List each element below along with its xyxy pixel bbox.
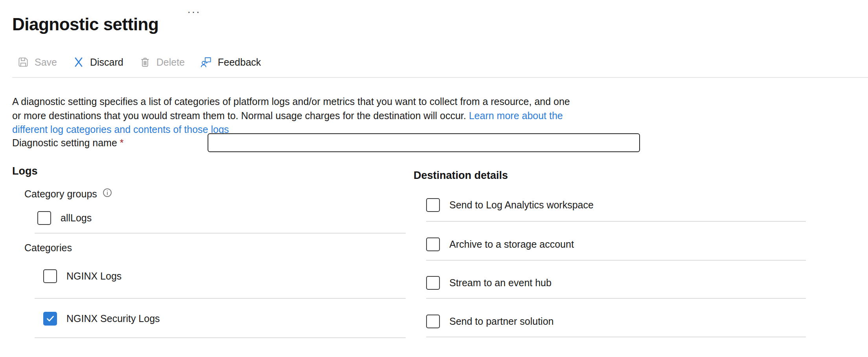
divider (426, 298, 806, 299)
name-label-text: Diagnostic setting name (12, 137, 117, 148)
nginx-logs-checkbox[interactable] (43, 269, 57, 283)
diagnostic-setting-name-label: Diagnostic setting name * (12, 137, 124, 149)
discard-label: Discard (90, 57, 123, 68)
discard-icon (73, 56, 85, 68)
feedback-label: Feedback (218, 57, 261, 68)
nginx-logs-label: NGINX Logs (66, 271, 121, 282)
toolbar-divider (12, 77, 868, 78)
page-description: A diagnostic setting specifies a list of… (12, 95, 574, 137)
alllogs-row[interactable]: allLogs (37, 211, 92, 225)
alllogs-checkbox[interactable] (37, 211, 51, 225)
archive-to-storage-label: Archive to a storage account (449, 239, 574, 250)
checkmark-icon (45, 313, 55, 324)
archive-to-storage-checkbox[interactable] (426, 237, 440, 251)
send-to-log-analytics-label: Send to Log Analytics workspace (449, 199, 594, 211)
divider (35, 298, 406, 299)
discard-button[interactable]: Discard (73, 56, 123, 68)
category-groups-text: Category groups (24, 188, 97, 200)
divider (426, 221, 806, 222)
delete-button[interactable]: Delete (139, 56, 185, 68)
save-icon (17, 56, 29, 68)
feedback-icon (200, 56, 212, 68)
send-to-partner-solution-label: Send to partner solution (449, 316, 554, 327)
stream-to-event-hub-row[interactable]: Stream to an event hub (426, 276, 552, 290)
nginx-security-logs-checkbox[interactable] (43, 312, 57, 326)
more-menu-button[interactable]: ··· (187, 6, 200, 17)
nginx-logs-row[interactable]: NGINX Logs (43, 269, 121, 283)
divider (426, 337, 806, 337)
stream-to-event-hub-label: Stream to an event hub (449, 277, 552, 289)
command-bar: Save Discard Delete Fee (17, 51, 261, 73)
divider (426, 260, 806, 261)
nginx-security-logs-label: NGINX Security Logs (66, 313, 160, 324)
destination-details-heading: Destination details (414, 169, 508, 182)
delete-icon (139, 56, 151, 68)
send-to-log-analytics-checkbox[interactable] (426, 198, 440, 212)
page-title: Diagnostic setting (12, 15, 158, 34)
send-to-log-analytics-row[interactable]: Send to Log Analytics workspace (426, 198, 594, 212)
categories-label: Categories (24, 242, 72, 254)
divider (35, 233, 406, 234)
diagnostic-setting-name-input[interactable] (208, 133, 640, 152)
feedback-button[interactable]: Feedback (200, 56, 261, 68)
delete-label: Delete (156, 57, 185, 68)
save-button[interactable]: Save (17, 56, 57, 68)
archive-to-storage-row[interactable]: Archive to a storage account (426, 237, 574, 251)
category-groups-label: Category groups (24, 188, 112, 200)
required-mark: * (120, 137, 124, 148)
logs-heading: Logs (12, 165, 38, 177)
nginx-security-logs-row[interactable]: NGINX Security Logs (43, 311, 160, 326)
save-label: Save (35, 57, 57, 68)
categories-text: Categories (24, 242, 72, 254)
send-to-partner-solution-row[interactable]: Send to partner solution (426, 314, 554, 328)
info-icon[interactable] (102, 188, 112, 200)
send-to-partner-solution-checkbox[interactable] (426, 315, 440, 328)
divider (35, 337, 406, 338)
alllogs-label: allLogs (61, 212, 92, 224)
stream-to-event-hub-checkbox[interactable] (426, 276, 440, 290)
